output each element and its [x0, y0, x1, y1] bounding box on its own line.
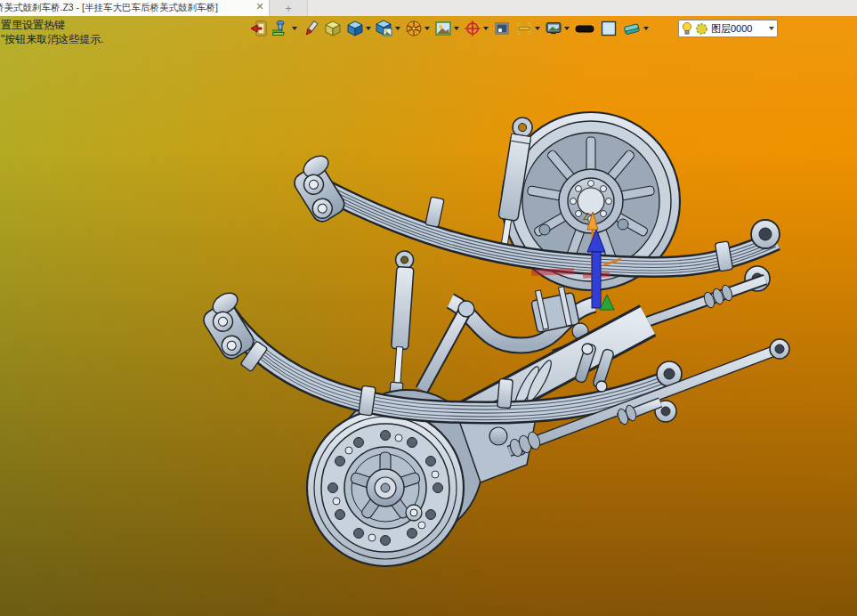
tab-bar: 桥美式鼓刹车桥.Z3 - [半挂车大巴车后桥美式鼓刹车桥] ✕ +	[0, 0, 857, 17]
new-tab-button[interactable]: +	[270, 0, 308, 16]
document-tab-title: 桥美式鼓刹车桥.Z3 - [半挂车大巴车后桥美式鼓刹车桥]	[0, 2, 218, 14]
graphics-viewport[interactable]: 置里设置热键 "按钮来取消这些提示.	[0, 16, 857, 616]
diagonal-strut[interactable]	[422, 301, 474, 390]
app-window: 桥美式鼓刹车桥.Z3 - [半挂车大巴车后桥美式鼓刹车桥] ✕ + 置里设置热键…	[0, 0, 857, 616]
tab-close-icon[interactable]: ✕	[254, 1, 266, 12]
triad-z-label: Z	[583, 211, 589, 222]
model-canvas[interactable]: Z	[0, 16, 857, 616]
document-tab[interactable]: 桥美式鼓刹车桥.Z3 - [半挂车大巴车后桥美式鼓刹车桥] ✕	[0, 0, 270, 16]
shock-absorber-middle[interactable]	[386, 250, 415, 396]
